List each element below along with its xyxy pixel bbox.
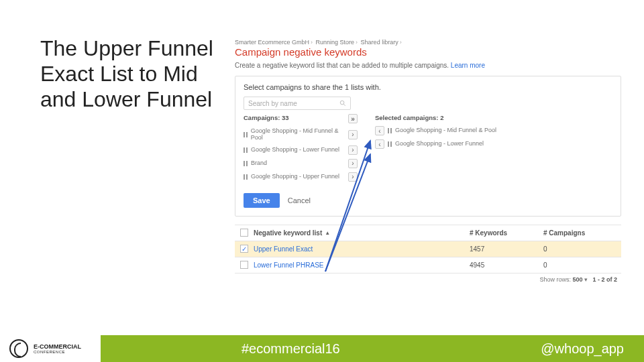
slide-footer: E-COMMERCIAL CONFERENCE #ecommercial16 @… xyxy=(0,335,644,362)
svg-point-0 xyxy=(340,101,344,105)
campaign-item[interactable]: Brand› xyxy=(244,157,358,170)
show-rows-label: Show rows: xyxy=(539,276,571,283)
table-footer: Show rows: 500 ▾ 1 - 2 of 2 xyxy=(235,273,621,283)
available-campaigns-column: Campaigns: 33 » Google Shopping - Mid Fu… xyxy=(244,114,358,184)
dialog-title: Select campaigns to share the 1 lists wi… xyxy=(244,83,612,91)
crumb-1[interactable]: Smarter Ecommerce GmbH xyxy=(235,39,309,46)
adwords-panel: Smarter Ecommerce GmbH› Running Store› S… xyxy=(235,39,621,283)
add-button[interactable]: › xyxy=(348,145,358,155)
col-keywords[interactable]: # Keywords xyxy=(470,229,543,237)
add-button[interactable]: › xyxy=(348,130,358,139)
slide-title: The Upper Funnel Exact List to Mid and L… xyxy=(40,36,221,112)
add-button[interactable]: › xyxy=(348,172,358,182)
search-icon xyxy=(339,100,346,107)
keywords-count: 1457 xyxy=(470,245,543,253)
twitter-handle: @whoop_app xyxy=(541,341,624,357)
campaign-name: Brand xyxy=(251,160,267,167)
selected-item[interactable]: ‹Google Shopping - Lower Funnel xyxy=(375,137,502,151)
row-checkbox[interactable] xyxy=(240,261,248,269)
dropdown-icon[interactable]: ▾ xyxy=(584,276,588,283)
search-input[interactable]: Search by name xyxy=(244,97,351,110)
logo-line1: E-COMMERCIAL xyxy=(34,344,81,350)
pause-icon xyxy=(244,132,248,137)
campaign-item[interactable]: Google Shopping - Mid Funnel & Pool› xyxy=(244,126,358,143)
pause-icon xyxy=(388,141,392,147)
table-row[interactable]: ✓ Upper Funnel Exact 1457 0 xyxy=(235,241,621,257)
description-text: Create a negative keyword list that can … xyxy=(235,62,449,69)
search-placeholder: Search by name xyxy=(248,100,297,107)
logo-mark-icon xyxy=(9,339,28,358)
pause-icon xyxy=(244,174,248,180)
page-title: Campaign negative keywords xyxy=(235,46,621,58)
campaign-item[interactable]: Google Shopping - Upper Funnel› xyxy=(244,170,358,184)
list-name-link[interactable]: Upper Funnel Exact xyxy=(254,245,470,253)
rows-per-page[interactable]: 500 xyxy=(572,276,582,283)
campaigns-count: 0 xyxy=(543,261,617,269)
list-name-link[interactable]: Lower Funnel PHRASE xyxy=(254,261,470,269)
conference-logo: E-COMMERCIAL CONFERENCE xyxy=(0,335,101,362)
page-range: 1 - 2 of 2 xyxy=(592,276,617,283)
sort-asc-icon: ▲ xyxy=(325,230,330,236)
campaign-item[interactable]: Google Shopping - Lower Funnel› xyxy=(244,143,358,157)
selected-campaigns-column: Selected campaigns: 2 ‹Google Shopping -… xyxy=(375,114,502,184)
pause-icon xyxy=(244,147,248,153)
select-all-checkbox[interactable] xyxy=(240,229,248,237)
campaign-name: Google Shopping - Mid Funnel & Pool xyxy=(251,128,345,141)
col-name[interactable]: Negative keyword list xyxy=(254,229,322,237)
campaign-name: Google Shopping - Lower Funnel xyxy=(251,147,339,154)
selected-item[interactable]: ‹Google Shopping - Mid Funnel & Pool xyxy=(375,124,502,137)
hashtag: #ecommercial16 xyxy=(241,341,340,357)
crumb-2[interactable]: Running Store xyxy=(316,39,355,46)
page-description: Create a negative keyword list that can … xyxy=(235,62,621,69)
save-button[interactable]: Save xyxy=(244,193,280,208)
row-checkbox[interactable]: ✓ xyxy=(240,245,248,253)
campaign-name: Google Shopping - Upper Funnel xyxy=(251,174,339,180)
keywords-count: 4945 xyxy=(470,261,543,269)
remove-button[interactable]: ‹ xyxy=(375,126,384,135)
col-campaigns[interactable]: # Campaigns xyxy=(543,229,617,237)
breadcrumb: Smarter Ecommerce GmbH› Running Store› S… xyxy=(235,39,621,46)
learn-more-link[interactable]: Learn more xyxy=(451,62,485,69)
remove-button[interactable]: ‹ xyxy=(375,139,384,149)
logo-line2: CONFERENCE xyxy=(34,350,81,354)
campaign-name: Google Shopping - Lower Funnel xyxy=(395,141,484,147)
selected-count: Selected campaigns: 2 xyxy=(375,114,443,121)
add-all-button[interactable]: » xyxy=(348,114,358,123)
keyword-list-table: Negative keyword list▲ # Keywords # Camp… xyxy=(235,225,621,283)
pause-icon xyxy=(388,128,392,133)
table-header-row: Negative keyword list▲ # Keywords # Camp… xyxy=(235,225,621,241)
table-row[interactable]: Lower Funnel PHRASE 4945 0 xyxy=(235,257,621,273)
cancel-button[interactable]: Cancel xyxy=(288,196,311,204)
pause-icon xyxy=(244,161,248,166)
svg-line-1 xyxy=(343,104,345,106)
share-dialog: Select campaigns to share the 1 lists wi… xyxy=(235,76,621,217)
add-button[interactable]: › xyxy=(348,159,358,168)
campaign-name: Google Shopping - Mid Funnel & Pool xyxy=(395,127,496,134)
crumb-3[interactable]: Shared library xyxy=(361,39,398,46)
available-count: Campaigns: 33 xyxy=(244,114,289,123)
campaigns-count: 0 xyxy=(543,245,617,253)
